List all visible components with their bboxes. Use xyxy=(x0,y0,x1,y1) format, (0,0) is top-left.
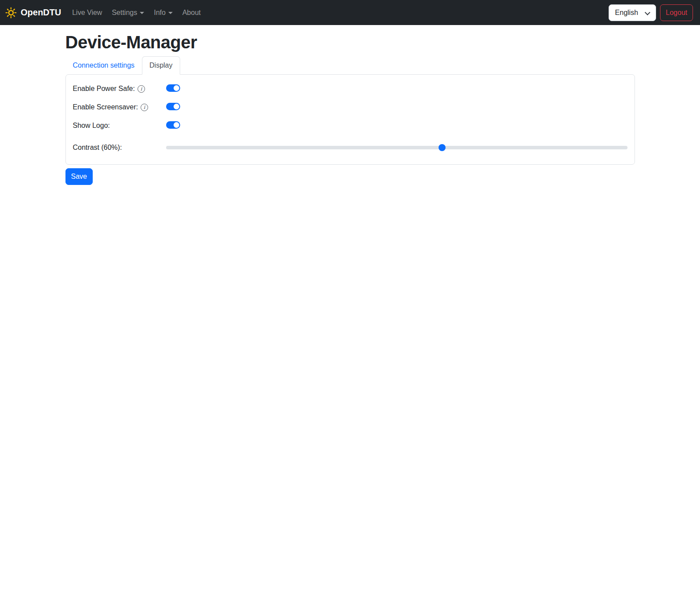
page-title: Device-Manager xyxy=(65,33,635,52)
field-control xyxy=(166,84,627,94)
tab-bar: Connection settings Display xyxy=(65,56,635,75)
nav-item-about[interactable]: About xyxy=(178,5,206,20)
show-logo-toggle[interactable] xyxy=(166,121,180,129)
sun-icon xyxy=(5,7,17,18)
top-navbar: OpenDTU Live View Settings Info About En… xyxy=(0,0,700,25)
tab-display[interactable]: Display xyxy=(142,56,180,75)
toggle-knob xyxy=(174,104,179,109)
nav-item-label: Live View xyxy=(72,9,102,17)
navbar-right: English Logout xyxy=(609,4,693,21)
info-icon[interactable]: i xyxy=(138,85,145,93)
chevron-down-icon xyxy=(645,10,650,15)
nav-item-settings[interactable]: Settings xyxy=(107,5,149,20)
tab-connection-settings[interactable]: Connection settings xyxy=(65,56,142,75)
enable-screensaver-toggle[interactable] xyxy=(166,103,180,110)
field-label: Enable Power Safe: i xyxy=(73,85,166,93)
field-label-text: Enable Screensaver: xyxy=(73,103,138,111)
info-icon[interactable]: i xyxy=(141,104,148,111)
toggle-knob xyxy=(174,85,179,91)
brand-label: OpenDTU xyxy=(21,7,61,18)
save-button[interactable]: Save xyxy=(65,168,93,185)
field-label-text: Contrast (60%): xyxy=(73,144,122,152)
nav-item-label: Info xyxy=(154,9,166,17)
field-label-text: Enable Power Safe: xyxy=(73,85,135,93)
main-nav: Live View Settings Info About xyxy=(67,5,206,20)
form-row-show-logo: Show Logo: xyxy=(73,120,627,131)
contrast-slider-thumb[interactable] xyxy=(439,144,446,151)
field-label: Contrast (60%): xyxy=(73,144,166,152)
caret-down-icon xyxy=(168,12,173,14)
field-control xyxy=(166,103,627,112)
field-label: Enable Screensaver: i xyxy=(73,103,166,111)
enable-power-safe-toggle[interactable] xyxy=(166,84,180,92)
field-label-text: Show Logo: xyxy=(73,122,110,130)
form-row-enable-power-safe: Enable Power Safe: i xyxy=(73,83,627,94)
form-row-enable-screensaver: Enable Screensaver: i xyxy=(73,102,627,112)
contrast-slider[interactable] xyxy=(166,146,627,149)
language-selected-value: English xyxy=(615,9,638,17)
nav-item-live-view[interactable]: Live View xyxy=(67,5,107,20)
navbar-left: OpenDTU Live View Settings Info About xyxy=(5,5,206,20)
language-select[interactable]: English xyxy=(609,4,656,21)
form-row-contrast: Contrast (60%): xyxy=(73,142,627,153)
brand-link[interactable]: OpenDTU xyxy=(5,7,61,18)
nav-item-label: Settings xyxy=(112,9,137,17)
field-control xyxy=(166,121,627,130)
nav-item-info[interactable]: Info xyxy=(149,5,178,20)
field-label: Show Logo: xyxy=(73,122,166,130)
logout-button[interactable]: Logout xyxy=(660,4,693,21)
toggle-knob xyxy=(174,122,179,128)
main-content: Device-Manager Connection settings Displ… xyxy=(60,33,640,185)
display-settings-card: Enable Power Safe: i Enable Screensaver:… xyxy=(65,74,635,165)
caret-down-icon xyxy=(140,12,144,14)
nav-item-label: About xyxy=(182,9,201,17)
